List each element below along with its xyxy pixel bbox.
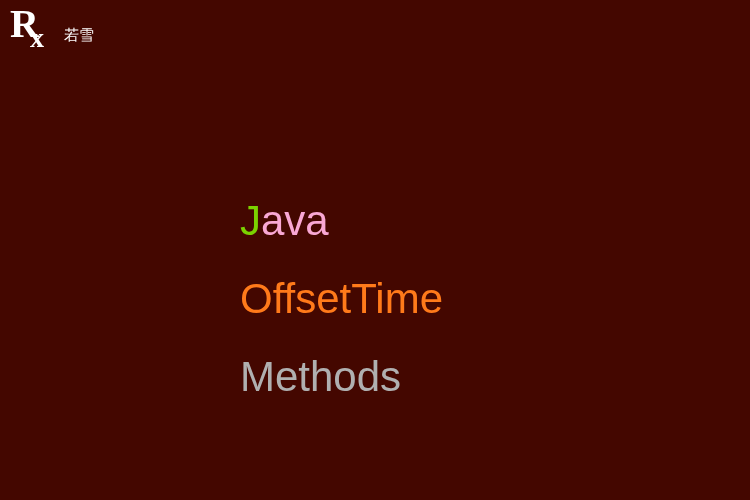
title-line-offsettime: OffsetTime bbox=[240, 278, 443, 320]
brand-logo: R x 若雪 bbox=[10, 10, 94, 58]
logo-letter-x: x bbox=[30, 24, 44, 52]
logo-text: 若雪 bbox=[64, 27, 94, 42]
title-block: Java OffsetTime Methods bbox=[240, 200, 443, 398]
rx-logo-icon: R x bbox=[10, 10, 58, 58]
title-letter-j: J bbox=[240, 197, 261, 244]
title-line-methods: Methods bbox=[240, 356, 443, 398]
title-line-java: Java bbox=[240, 200, 443, 242]
title-rest-ava: ava bbox=[261, 197, 329, 244]
